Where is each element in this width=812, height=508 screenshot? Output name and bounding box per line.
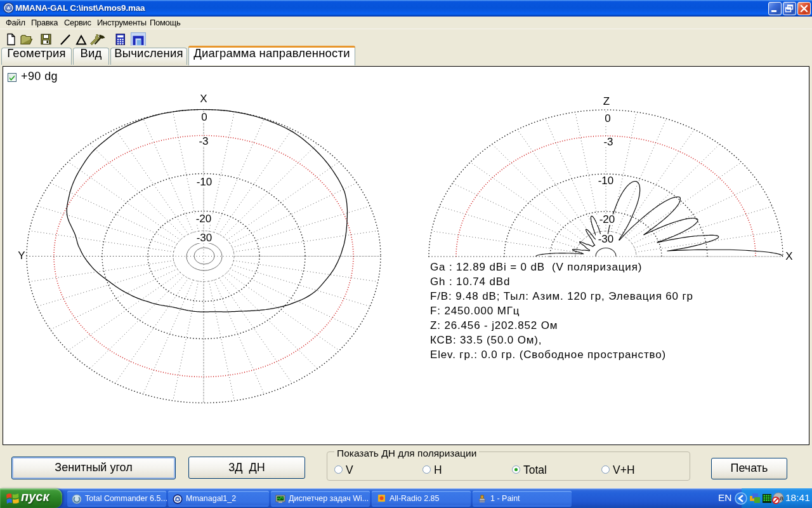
svg-text:-20: -20 [196,213,212,225]
svg-text:0: 0 [605,112,610,124]
svg-text:X: X [200,93,207,105]
svg-text:X: X [785,250,792,262]
svg-text:0: 0 [201,111,207,123]
svg-text:a: a [780,494,784,502]
svg-text:-10: -10 [197,176,213,188]
svg-text:Y: Y [18,250,25,262]
svg-text:-3: -3 [199,135,208,147]
svg-text:-30: -30 [197,232,213,244]
svg-text:-3: -3 [603,136,613,148]
svg-text:Z: Z [603,95,610,107]
svg-text:-10: -10 [598,175,614,187]
svg-text:-20: -20 [599,213,615,225]
svg-text:-30: -30 [598,233,614,245]
